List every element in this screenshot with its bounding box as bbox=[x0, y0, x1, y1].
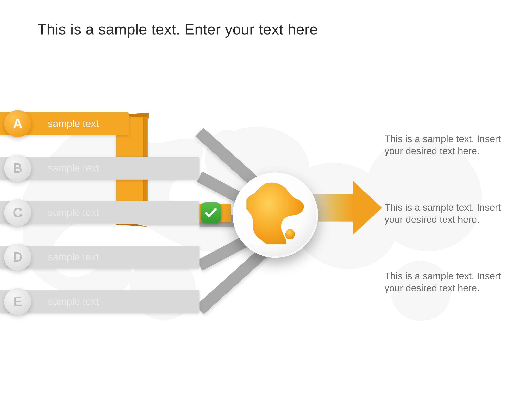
bar-label-b: sample text bbox=[48, 157, 99, 180]
bar-list: A sample text B sample text C sample tex… bbox=[0, 112, 208, 313]
bar-label-d: sample text bbox=[48, 246, 99, 268]
desc-text-2: This is a sample text. Insert your desir… bbox=[385, 202, 505, 226]
bar-row-a: A sample text bbox=[0, 112, 208, 135]
bar-label-a: sample text bbox=[48, 112, 99, 135]
slide-title: This is a sample text. Enter your text h… bbox=[38, 21, 318, 38]
bar-row-b: B sample text bbox=[0, 157, 208, 180]
bar-row-c: C sample text bbox=[0, 201, 208, 224]
letter-badge-e: E bbox=[4, 288, 31, 315]
globe-americas-icon bbox=[233, 172, 318, 258]
checkmark-icon bbox=[201, 203, 221, 223]
right-arrow-icon bbox=[312, 181, 382, 235]
letter-badge-c: C bbox=[4, 199, 31, 226]
desc-text-3: This is a sample text. Insert your desir… bbox=[385, 270, 505, 294]
bar-label-c: sample text bbox=[48, 201, 99, 224]
desc-text-1: This is a sample text. Insert your desir… bbox=[385, 133, 505, 157]
bar-row-e: E sample text bbox=[0, 290, 208, 313]
letter-badge-b: B bbox=[4, 155, 31, 182]
bar-label-e: sample text bbox=[48, 290, 99, 313]
bar-row-d: D sample text bbox=[0, 246, 208, 268]
letter-badge-d: D bbox=[4, 244, 31, 271]
letter-badge-a: A bbox=[4, 110, 31, 137]
